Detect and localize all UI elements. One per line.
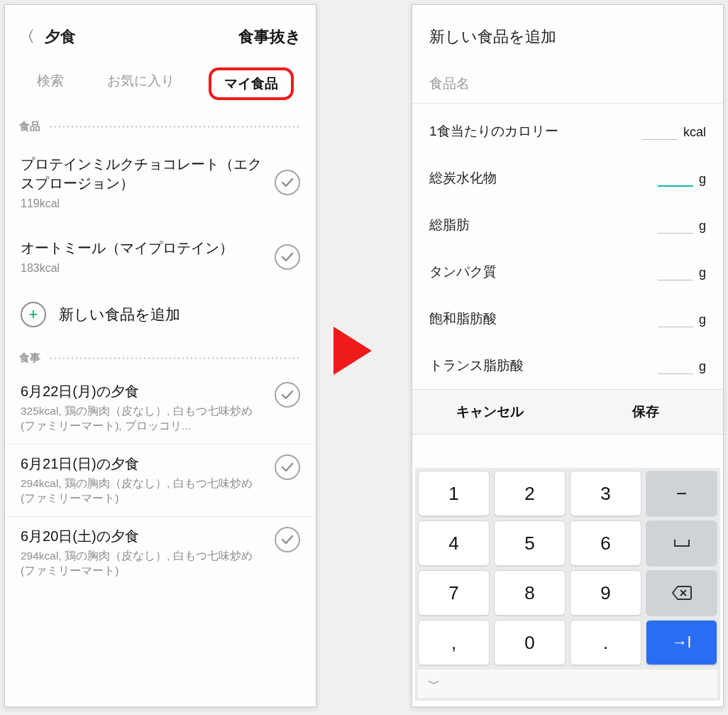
plus-icon: +	[21, 302, 46, 327]
nutrition-label: トランス脂肪酸	[429, 356, 524, 375]
food-name-input[interactable]: 食品名	[412, 55, 723, 104]
check-icon[interactable]	[275, 170, 300, 195]
tab-search[interactable]: 検索	[27, 67, 74, 100]
key-backspace[interactable]	[646, 570, 717, 616]
add-food-label: 新しい食品を追加	[59, 305, 180, 324]
key-period[interactable]: .	[570, 620, 641, 665]
check-icon[interactable]	[275, 244, 300, 270]
tab-favorites[interactable]: お気に入り	[97, 67, 184, 100]
unit-label: g	[699, 359, 706, 374]
food-name: プロテインミルクチョコレート（エクスプロージョン）	[21, 155, 266, 193]
nutrition-row: 総脂肪 g	[412, 202, 723, 249]
nutrition-row: 飽和脂肪酸 g	[412, 295, 723, 342]
nutrition-label: タンパク質	[429, 263, 497, 281]
key-minus[interactable]: −	[646, 471, 717, 516]
protein-input[interactable]	[658, 263, 693, 280]
fat-input[interactable]	[658, 217, 693, 234]
nutrition-label: 1食当たりのカロリー	[429, 122, 558, 141]
add-food-screen: 新しい食品を追加 食品名 1食当たりのカロリー kcal 総炭水化物 g 総脂肪…	[412, 4, 724, 707]
section-meal: 食事	[5, 344, 316, 372]
enter-icon: →l	[672, 633, 691, 652]
key-8[interactable]: 8	[494, 570, 566, 616]
chevron-down-icon: ﹀	[428, 675, 441, 692]
check-icon[interactable]	[275, 527, 300, 552]
space-icon	[674, 540, 690, 547]
arrow-right-icon	[333, 327, 372, 375]
unit-label: g	[699, 172, 706, 187]
skip-meal-button[interactable]: 食事抜き	[238, 26, 302, 48]
meal-desc: 294kcal, 鶏の胸肉（皮なし）, 白もつ七味炒め(ファミリーマート)	[21, 549, 255, 579]
unit-label: g	[699, 312, 706, 327]
food-kcal: 119kcal	[21, 197, 266, 210]
section-meal-label: 食事	[19, 351, 40, 365]
nutrition-row: トランス脂肪酸 g	[412, 342, 723, 389]
unit-label: g	[699, 219, 706, 234]
divider-icon	[48, 126, 302, 128]
food-item[interactable]: オートミール（マイプロテイン） 183kcal	[5, 224, 316, 289]
carbs-input[interactable]	[658, 170, 693, 187]
key-9[interactable]: 9	[570, 570, 641, 616]
section-food: 食品	[5, 113, 316, 141]
key-6[interactable]: 6	[570, 520, 641, 566]
save-button[interactable]: 保存	[568, 390, 723, 434]
cancel-button[interactable]: キャンセル	[412, 390, 568, 434]
unit-label: kcal	[683, 125, 706, 140]
meal-title: 6月20日(土)の夕食	[21, 527, 255, 546]
keyboard-dismiss[interactable]: ﹀	[418, 670, 717, 698]
key-1[interactable]: 1	[418, 471, 490, 516]
divider-icon	[48, 357, 302, 359]
tabs: 検索 お気に入り マイ食品	[5, 62, 316, 113]
header: 〈 夕食 食事抜き	[5, 5, 316, 62]
unit-label: g	[699, 266, 706, 280]
food-item[interactable]: プロテインミルクチョコレート（エクスプロージョン） 119kcal	[5, 141, 316, 224]
backspace-icon	[672, 585, 692, 601]
nutrition-label: 総脂肪	[429, 216, 470, 234]
meal-item[interactable]: 6月21日(日)の夕食 294kcal, 鶏の胸肉（皮なし）, 白もつ七味炒め(…	[5, 444, 316, 517]
myfood-screen: 〈 夕食 食事抜き 検索 お気に入り マイ食品 食品 プロテインミルクチョコレー…	[4, 4, 316, 707]
page-title: 新しい食品を追加	[412, 5, 723, 55]
check-icon[interactable]	[275, 454, 300, 480]
nutrition-row: 1食当たりのカロリー kcal	[412, 108, 723, 155]
key-3[interactable]: 3	[570, 471, 641, 516]
meal-desc: 294kcal, 鶏の胸肉（皮なし）, 白もつ七味炒め(ファミリーマート)	[21, 476, 255, 506]
satfat-input[interactable]	[658, 310, 693, 327]
key-0[interactable]: 0	[494, 620, 566, 665]
meal-desc: 325kcal, 鶏の胸肉（皮なし）, 白もつ七味炒め(ファミリーマート), ブ…	[21, 404, 255, 434]
key-comma[interactable]: ,	[418, 620, 490, 665]
key-space[interactable]	[646, 520, 717, 566]
meal-title: 6月21日(日)の夕食	[21, 454, 255, 474]
add-food-button[interactable]: + 新しい食品を追加	[5, 289, 316, 344]
check-icon[interactable]	[275, 382, 300, 408]
form-actions: キャンセル 保存	[412, 389, 723, 435]
key-5[interactable]: 5	[494, 520, 566, 566]
nutrition-label: 総炭水化物	[429, 169, 497, 187]
key-4[interactable]: 4	[418, 520, 490, 566]
meal-item[interactable]: 6月22日(月)の夕食 325kcal, 鶏の胸肉（皮なし）, 白もつ七味炒め(…	[5, 372, 316, 444]
tab-myfood[interactable]: マイ食品	[209, 67, 294, 100]
back-icon[interactable]: 〈	[19, 26, 35, 48]
transfat-input[interactable]	[658, 357, 693, 374]
calorie-input[interactable]	[642, 123, 678, 140]
meal-title: 6月22日(月)の夕食	[21, 382, 255, 401]
key-2[interactable]: 2	[494, 471, 566, 516]
page-title: 夕食	[45, 26, 76, 48]
meal-item[interactable]: 6月20日(土)の夕食 294kcal, 鶏の胸肉（皮なし）, 白もつ七味炒め(…	[5, 517, 316, 589]
key-enter[interactable]: →l	[646, 620, 717, 665]
key-7[interactable]: 7	[418, 570, 490, 616]
numeric-keypad: 1 2 3 − 4 5 6 7 8 9 , 0 . →l	[415, 468, 720, 701]
nutrition-label: 飽和脂肪酸	[429, 310, 497, 328]
food-name: オートミール（マイプロテイン）	[21, 239, 266, 258]
food-kcal: 183kcal	[21, 262, 266, 275]
nutrition-row: 総炭水化物 g	[412, 155, 723, 202]
nutrition-row: タンパク質 g	[412, 249, 723, 295]
section-food-label: 食品	[19, 120, 40, 133]
